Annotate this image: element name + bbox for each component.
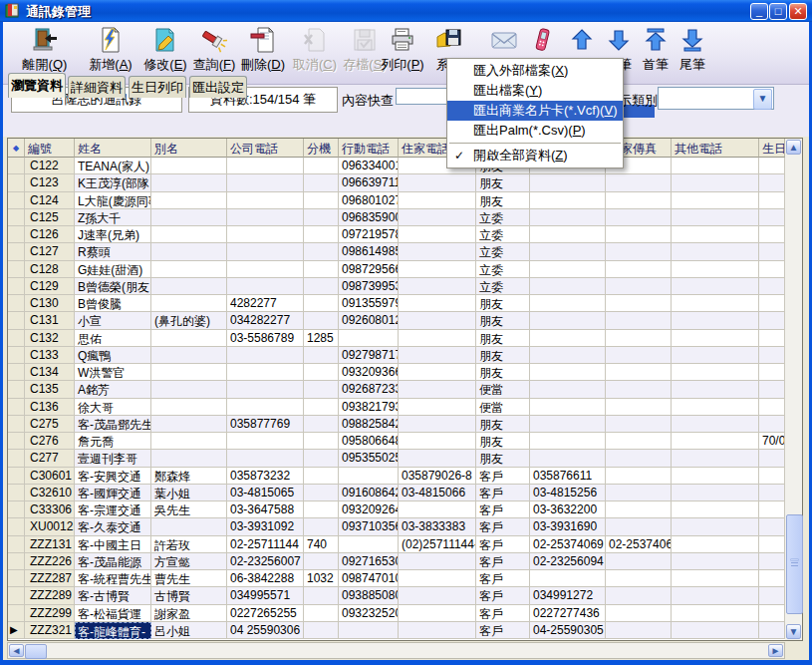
table-cell[interactable] [759,450,785,467]
table-cell[interactable] [304,501,339,518]
table-row[interactable]: XU0012客-久泰交通03-3931092093710356203-38333… [8,518,785,535]
table-cell[interactable] [530,416,606,433]
table-cell[interactable] [759,295,785,312]
table-cell[interactable] [399,261,476,278]
table-cell[interactable]: 客-國輝交通 [75,485,151,501]
table-cell[interactable]: 客戶 [476,501,530,518]
scroll-down-icon[interactable]: ▼ [786,624,801,639]
table-cell[interactable]: 0932092647 [339,501,399,518]
table-cell[interactable] [304,295,339,312]
column-header[interactable]: 其他電話 [672,139,759,158]
table-cell[interactable]: 客戶 [476,518,530,535]
table-cell[interactable]: 0958066486 [339,433,399,450]
table-cell[interactable]: 客戶 [476,536,530,553]
table-cell[interactable] [672,536,759,553]
table-cell[interactable]: 客-茂晶鄧先生 [75,416,151,433]
table-cell[interactable]: 便當 [476,381,530,398]
table-cell[interactable] [606,278,672,295]
table-cell[interactable]: 立委 [476,226,530,243]
table-row[interactable]: ZZZ131客-中國主日許若玫02-25711144740(02)2571114… [8,536,785,553]
horizontal-scrollbar-thumb[interactable] [25,644,47,659]
tab-birthday-print[interactable]: 生日列印 [129,76,186,98]
table-cell[interactable]: 客戶 [476,570,530,587]
table-cell[interactable] [606,605,672,622]
table-cell[interactable] [399,312,476,329]
table-cell[interactable]: 1032 [304,570,339,587]
table-cell[interactable] [530,330,606,347]
table-cell[interactable] [606,295,672,312]
table-cell[interactable]: 4282277 [227,295,304,312]
table-cell[interactable] [606,468,672,485]
table-cell[interactable] [759,330,785,347]
vertical-scrollbar[interactable]: ▲ ▼ [785,139,802,640]
table-cell[interactable] [606,399,672,416]
table-cell[interactable] [672,226,759,243]
close-button[interactable]: ✕ [789,3,807,20]
toolbar-button-cancel[interactable]: 取消(C) [287,26,343,80]
table-cell[interactable]: 03-3931092 [227,518,304,535]
table-cell[interactable] [759,347,785,364]
table-cell[interactable] [530,570,606,587]
table-cell[interactable]: C129 [25,278,75,295]
table-row[interactable]: C129B曾德榮(朋友0987399530立委 [8,278,785,295]
table-cell[interactable]: 0938217938 [339,399,399,416]
table-cell[interactable]: C30601 [25,468,75,485]
table-cell[interactable]: 立委 [476,243,530,260]
table-cell[interactable] [227,192,304,209]
table-cell[interactable]: 客戶 [476,622,530,639]
table-cell[interactable] [304,518,339,535]
menu-item-export-palm[interactable]: 匯出Palm(*.Csv)(P) [447,121,623,141]
table-cell[interactable] [530,450,606,467]
table-cell[interactable] [227,243,304,260]
table-cell[interactable]: 朋友 [476,312,530,329]
table-cell[interactable] [304,192,339,209]
table-cell[interactable] [227,158,304,174]
table-cell[interactable] [672,587,759,604]
table-row[interactable]: ZZZ287客-統程曹先生曹先生06-384228810320987470108… [8,570,785,587]
table-cell[interactable] [672,261,759,278]
table-cell[interactable] [672,485,759,501]
column-header[interactable]: 編號 [25,139,75,158]
table-cell[interactable]: 客-統程曹先生 [75,570,151,587]
table-cell[interactable] [151,295,227,312]
table-cell[interactable]: ZZZ321 [25,622,75,639]
toolbar-button-query[interactable]: 查詢(F) [186,26,242,80]
table-cell[interactable]: ZZZ289 [25,587,75,604]
table-row[interactable]: C277壹週刊李哥0953550253朋友 [8,450,785,467]
table-cell[interactable]: A銘芳 [75,381,151,398]
table-cell[interactable] [530,295,606,312]
table-cell[interactable] [399,330,476,347]
table-cell[interactable]: C133 [25,347,75,364]
table-cell[interactable]: 06-3842288 [227,570,304,587]
table-cell[interactable]: C128 [25,261,75,278]
table-cell[interactable] [399,192,476,209]
table-cell[interactable] [399,174,476,191]
scroll-right-icon[interactable]: ► [768,644,783,657]
table-row[interactable]: ZZZ289客-古博賢古博賢0349955710938850800客戶03499… [8,587,785,604]
table-row[interactable]: ▶ZZZ321客-龍峰體育-呂小姐04 25590306客戶04-2559030… [8,622,785,639]
table-cell[interactable] [606,347,672,364]
table-cell[interactable]: C130 [25,295,75,312]
table-cell[interactable] [759,416,785,433]
table-cell[interactable] [304,364,339,381]
table-cell[interactable] [672,450,759,467]
table-cell[interactable]: 03-4815256 [530,485,606,501]
table-cell[interactable]: 03-5586789 [227,330,304,347]
table-cell[interactable]: L大龍(慶源同事 [75,192,151,209]
table-cell[interactable]: 0938850800 [339,587,399,604]
table-row[interactable]: ZZZ226客-茂晶能源方宣懿02-232560070927165301客戶02… [8,553,785,570]
table-cell[interactable] [399,570,476,587]
scroll-left-icon[interactable]: ◄ [9,644,24,657]
table-cell[interactable]: 許若玫 [151,536,227,553]
table-cell[interactable] [759,278,785,295]
table-cell[interactable]: C127 [25,243,75,260]
table-cell[interactable] [759,587,785,604]
table-cell[interactable]: 0927987171 [339,347,399,364]
table-cell[interactable] [672,416,759,433]
table-cell[interactable] [399,243,476,260]
table-cell[interactable]: 朋友 [476,416,530,433]
table-cell[interactable]: 朋友 [476,192,530,209]
menu-item-open-all-data[interactable]: 開啟全部資料(Z)✓ [447,146,623,166]
table-cell[interactable] [227,278,304,295]
table-cell[interactable] [151,399,227,416]
